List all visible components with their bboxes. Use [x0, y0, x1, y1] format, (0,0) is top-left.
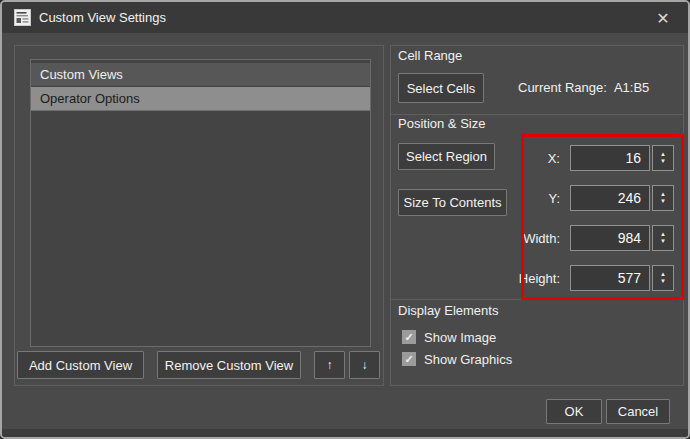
current-range: Current Range:A1:B5: [518, 73, 649, 103]
spin-down-icon[interactable]: ▼: [660, 158, 666, 165]
spin-up-icon[interactable]: ▲: [660, 271, 666, 278]
y-input[interactable]: 246: [570, 185, 650, 211]
spin-down-icon[interactable]: ▼: [660, 278, 666, 285]
height-input[interactable]: 577: [570, 265, 650, 291]
position-size-title: Position & Size: [398, 116, 485, 131]
spin-up-icon[interactable]: ▲: [660, 191, 666, 198]
select-cells-button[interactable]: Select Cells: [398, 73, 484, 103]
section-divider: [391, 114, 683, 115]
checkbox-checked-icon[interactable]: ✓: [402, 352, 416, 366]
current-range-value: A1:B5: [614, 80, 649, 95]
y-label: Y:: [496, 191, 566, 206]
height-stepper[interactable]: ▲ ▼: [652, 265, 674, 291]
show-image-checkbox[interactable]: ✓ Show Image: [402, 329, 496, 345]
add-custom-view-button[interactable]: Add Custom View: [17, 351, 144, 379]
size-to-contents-button[interactable]: Size To Contents: [398, 189, 507, 216]
custom-views-list: Custom Views Operator Options: [30, 59, 371, 347]
ok-button[interactable]: OK: [546, 399, 602, 424]
custom-view-icon: [14, 9, 31, 26]
list-item-custom-views[interactable]: Custom Views: [31, 63, 370, 87]
move-up-button[interactable]: ↑: [314, 351, 345, 379]
section-divider: [391, 299, 683, 300]
custom-view-settings-dialog: Custom View Settings ✕ Custom Views Oper…: [0, 0, 690, 439]
close-icon[interactable]: ✕: [651, 7, 675, 29]
y-stepper[interactable]: ▲ ▼: [652, 185, 674, 211]
show-graphics-label: Show Graphics: [424, 352, 512, 367]
cell-range-title: Cell Range: [398, 48, 462, 63]
spin-up-icon[interactable]: ▲: [660, 231, 666, 238]
height-spinner-row: Height: 577 ▲ ▼: [496, 265, 680, 291]
dialog-title: Custom View Settings: [39, 10, 166, 25]
spin-down-icon[interactable]: ▼: [660, 198, 666, 205]
checkbox-checked-icon[interactable]: ✓: [402, 330, 416, 344]
width-label: Width:: [496, 231, 566, 246]
show-graphics-checkbox[interactable]: ✓ Show Graphics: [402, 351, 512, 367]
x-input[interactable]: 16: [570, 145, 650, 171]
y-spinner-row: Y: 246 ▲ ▼: [496, 185, 680, 211]
x-spinner-row: X: 16 ▲ ▼: [496, 145, 680, 171]
list-item-operator-options[interactable]: Operator Options: [31, 87, 370, 111]
width-input[interactable]: 984: [570, 225, 650, 251]
width-stepper[interactable]: ▲ ▼: [652, 225, 674, 251]
titlebar: Custom View Settings: [2, 2, 688, 33]
window-bottom-shade: [2, 429, 688, 437]
select-region-button[interactable]: Select Region: [398, 143, 495, 170]
spin-down-icon[interactable]: ▼: [660, 238, 666, 245]
current-range-label: Current Range:: [518, 80, 607, 95]
width-spinner-row: Width: 984 ▲ ▼: [496, 225, 680, 251]
height-label: Height:: [496, 271, 566, 286]
cancel-button[interactable]: Cancel: [606, 399, 670, 424]
spin-up-icon[interactable]: ▲: [660, 151, 666, 158]
show-image-label: Show Image: [424, 330, 496, 345]
move-down-button[interactable]: ↓: [349, 351, 380, 379]
x-stepper[interactable]: ▲ ▼: [652, 145, 674, 171]
remove-custom-view-button[interactable]: Remove Custom View: [157, 351, 301, 379]
x-label: X:: [496, 151, 566, 166]
display-elements-title: Display Elements: [398, 303, 498, 318]
